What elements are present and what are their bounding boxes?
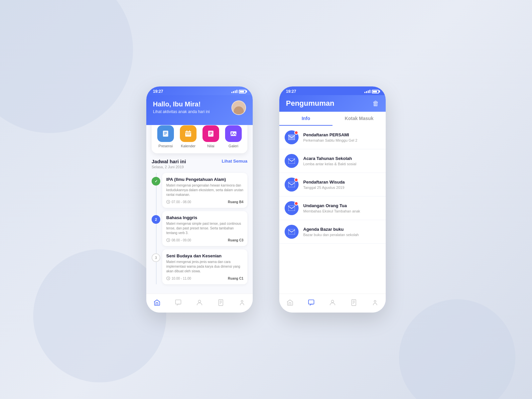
desc-3: Materi mengenai jenis-jenis warna dan ca… bbox=[166, 260, 243, 274]
schedule-item-2: 2 Bahasa Inggris Materi mengenai simple … bbox=[162, 211, 247, 246]
presensi-icon bbox=[157, 125, 174, 142]
ann-content-2: Acara Tahunan Sekolah Lomba antar kelas … bbox=[303, 156, 380, 166]
greeting-text: Hallo, Ibu Mira! bbox=[153, 100, 210, 108]
step-dot-2: 2 bbox=[152, 215, 160, 224]
phone1-content: Presensi Kalender bbox=[146, 125, 253, 294]
battery-icon bbox=[239, 90, 246, 93]
ann-icon-2 bbox=[285, 154, 299, 168]
menu-item-kalender[interactable]: Kalender bbox=[180, 125, 197, 148]
subject-3: Seni Budaya dan Kesenian bbox=[166, 253, 243, 258]
schedule-card-1[interactable]: IPA (Ilmu Pengetahuan Alam) Materi menge… bbox=[162, 173, 247, 208]
ann-title-1: Pendaftaran PERSAMI bbox=[303, 132, 380, 137]
ann-subtitle-3: Tanggal 25 Agustus 2019 bbox=[303, 186, 380, 190]
time-2: 19:27 bbox=[286, 89, 296, 94]
menu-item-nilai[interactable]: Nilai bbox=[202, 125, 219, 148]
ann-title-5: Agenda Bazar buku bbox=[303, 227, 380, 232]
greeting-subtitle: Lihat aktivitas anak anda hari ini bbox=[153, 109, 210, 114]
svg-point-8 bbox=[187, 134, 188, 135]
nav-profile-2[interactable] bbox=[328, 298, 337, 307]
announcement-item-2[interactable]: Acara Tahunan Sekolah Lomba antar kelas … bbox=[279, 149, 386, 173]
svg-rect-15 bbox=[230, 131, 236, 136]
announcement-item-3[interactable]: Pendaftaran Wisuda Tanggal 25 Agustus 20… bbox=[279, 173, 386, 197]
nav-profile-1[interactable] bbox=[195, 298, 204, 307]
step-dot-3: 3 bbox=[152, 253, 160, 262]
nav-person-2[interactable] bbox=[370, 298, 380, 307]
menu-item-presensi[interactable]: Presensi bbox=[157, 125, 174, 148]
step-dot-1: ✓ bbox=[152, 177, 160, 186]
time-value-2: 08.00 - 09.00 bbox=[172, 238, 191, 242]
bg-decoration-3 bbox=[399, 299, 515, 399]
notif-dot-4 bbox=[294, 201, 298, 205]
footer-3: 10.00 - 11.00 Ruang C1 bbox=[166, 276, 243, 280]
announcements-list: Pendaftaran PERSAMI Perkemahan Sabtu Min… bbox=[279, 126, 386, 294]
phone1-header: Hallo, Ibu Mira! Lihat aktivitas anak an… bbox=[146, 95, 253, 125]
ann-subtitle-4: Membahas Ekskul Tambahan anak bbox=[303, 209, 380, 213]
kalender-icon bbox=[180, 125, 197, 142]
phone-2: 19:27 Pengumuman 🗑 Info bbox=[279, 86, 386, 313]
tab-kotak-masuk[interactable]: Kotak Masuk bbox=[332, 112, 386, 126]
schedule-item-3: 3 Seni Budaya dan Kesenian Materi mengen… bbox=[162, 249, 247, 284]
schedule-item-1: ✓ IPA (Ilmu Pengetahuan Alam) Materi men… bbox=[162, 173, 247, 208]
avatar[interactable] bbox=[231, 100, 246, 115]
desc-1: Materi mengenai pengenalan hewan karnivo… bbox=[166, 183, 243, 197]
svg-point-10 bbox=[189, 134, 190, 135]
subject-1: IPA (Ilmu Pengetahuan Alam) bbox=[166, 177, 243, 182]
footer-2: 08.00 - 09.00 Ruang C3 bbox=[166, 238, 243, 242]
nav-chat-2[interactable] bbox=[307, 298, 316, 307]
ann-subtitle-5: Bazar buku dan peralatan sekolah bbox=[303, 233, 380, 237]
ann-title-3: Pendaftaran Wisuda bbox=[303, 180, 380, 185]
pengumuman-title: Pengumuman bbox=[286, 99, 334, 108]
phone-1: 19:27 Hallo, Ibu Mira! Lihat aktivitas a… bbox=[146, 86, 253, 313]
ann-content-1: Pendaftaran PERSAMI Perkemahan Sabtu Min… bbox=[303, 132, 380, 142]
time-1: 07.00 - 08.00 bbox=[166, 200, 191, 204]
svg-rect-31 bbox=[288, 205, 295, 211]
schedule-title: Jadwal hari ini bbox=[152, 159, 186, 164]
schedule-card-3[interactable]: Seni Budaya dan Kesenian Materi mengenai… bbox=[162, 249, 247, 284]
schedule-header: Jadwal hari ini Lihat Semua bbox=[152, 159, 247, 164]
schedule-card-2[interactable]: Bahasa Inggris Materi mengenai simple pa… bbox=[162, 211, 247, 246]
notif-dot-3 bbox=[294, 178, 298, 182]
greeting-section: Hallo, Ibu Mira! Lihat aktivitas anak an… bbox=[153, 100, 210, 114]
ann-subtitle-1: Perkemahan Sabtu Minggu Gel 2 bbox=[303, 138, 380, 142]
room-3: Ruang C1 bbox=[228, 277, 243, 280]
nilai-icon bbox=[202, 125, 219, 142]
signal-icon-2 bbox=[364, 90, 370, 93]
quick-menu: Presensi Kalender bbox=[152, 125, 247, 153]
ann-icon-3 bbox=[285, 178, 299, 192]
svg-point-9 bbox=[188, 134, 189, 135]
phones-container: 19:27 Hallo, Ibu Mira! Lihat aktivitas a… bbox=[146, 86, 386, 313]
schedule-date: Selasa, 2 Juni 2019 bbox=[152, 165, 247, 169]
svg-rect-30 bbox=[288, 182, 295, 187]
bottom-nav-1 bbox=[146, 294, 253, 313]
footer-1: 07.00 - 08.00 Ruang B4 bbox=[166, 200, 243, 204]
ann-content-3: Pendaftaran Wisuda Tanggal 25 Agustus 20… bbox=[303, 180, 380, 190]
see-all-button[interactable]: Lihat Semua bbox=[222, 159, 247, 164]
svg-rect-29 bbox=[288, 158, 295, 164]
nav-home-2[interactable] bbox=[285, 298, 295, 307]
nav-person-1[interactable] bbox=[237, 298, 247, 307]
schedule-section: Jadwal hari ini Lihat Semua Selasa, 2 Ju… bbox=[146, 153, 253, 290]
announcement-item-4[interactable]: Undangan Orang Tua Membahas Ekskul Tamba… bbox=[279, 197, 386, 220]
room-2: Ruang C3 bbox=[228, 238, 243, 242]
signal-icon bbox=[231, 90, 237, 93]
nav-document-1[interactable] bbox=[216, 298, 225, 307]
svg-point-21 bbox=[198, 300, 200, 303]
ann-icon-1 bbox=[285, 130, 299, 144]
svg-rect-20 bbox=[176, 300, 181, 304]
svg-rect-35 bbox=[352, 300, 356, 306]
trash-icon[interactable]: 🗑 bbox=[372, 100, 379, 107]
svg-rect-27 bbox=[288, 135, 295, 140]
galeri-label: Galeri bbox=[228, 144, 238, 148]
svg-point-39 bbox=[374, 301, 376, 303]
nav-document-2[interactable] bbox=[349, 298, 358, 307]
svg-rect-11 bbox=[208, 131, 213, 137]
announcement-item-5[interactable]: Agenda Bazar buku Bazar buku dan peralat… bbox=[279, 220, 386, 244]
announcement-item-1[interactable]: Pendaftaran PERSAMI Perkemahan Sabtu Min… bbox=[279, 126, 386, 149]
desc-2: Materi mengenai simple past tense, past … bbox=[166, 221, 243, 235]
svg-point-26 bbox=[241, 301, 243, 303]
menu-item-galeri[interactable]: Galeri bbox=[225, 125, 242, 148]
nav-home-1[interactable] bbox=[152, 298, 162, 307]
tab-info[interactable]: Info bbox=[279, 112, 332, 126]
nav-chat-1[interactable] bbox=[174, 298, 183, 307]
ann-icon-4 bbox=[285, 201, 299, 215]
